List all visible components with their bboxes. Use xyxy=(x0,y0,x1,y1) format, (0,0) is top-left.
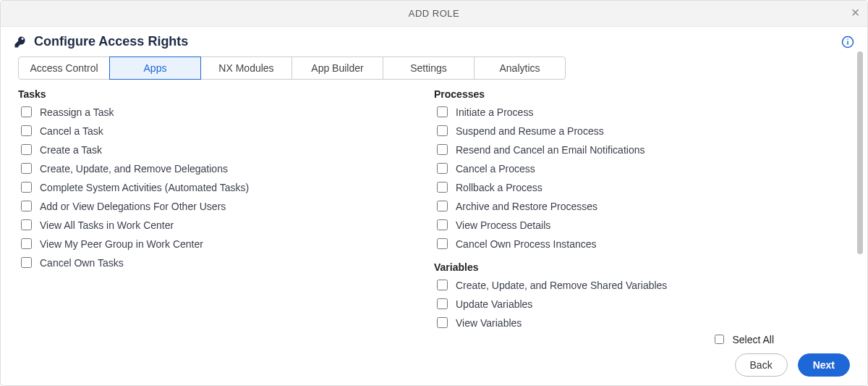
checkbox-delegations[interactable] xyxy=(21,163,32,174)
checkbox-label: Rollback a Process xyxy=(456,182,542,193)
checkbox-label: Create, Update, and Remove Delegations xyxy=(40,163,228,175)
button-row: Back Next xyxy=(735,353,850,377)
column-right: Processes Initiate a Process Suspend and… xyxy=(434,85,850,328)
sub-header: Configure Access Rights xyxy=(1,27,867,55)
checkbox-label: Archive and Restore Processes xyxy=(456,201,597,212)
tab-settings[interactable]: Settings xyxy=(383,56,475,80)
checkbox-label: Cancel Own Tasks xyxy=(40,257,124,269)
checkbox-complete-system[interactable] xyxy=(21,182,32,193)
checkbox-view-peer-group[interactable] xyxy=(21,238,32,249)
section-title-variables: Variables xyxy=(434,261,850,273)
checkbox-select-all[interactable] xyxy=(715,335,724,344)
checkbox-cancel-task[interactable] xyxy=(21,125,32,136)
checkbox-row[interactable]: Initiate a Process xyxy=(434,104,850,119)
key-icon xyxy=(14,35,27,49)
checkbox-row[interactable]: Cancel Own Process Instances xyxy=(434,236,850,251)
tab-app-builder[interactable]: App Builder xyxy=(292,56,383,80)
checkbox-create-task[interactable] xyxy=(21,144,32,155)
scrollbar-thumb[interactable] xyxy=(857,51,863,254)
checkbox-row[interactable]: Create, Update, and Remove Delegations xyxy=(18,161,434,176)
checkbox-initiate-process[interactable] xyxy=(437,106,448,117)
checkbox-row[interactable]: Reassign a Task xyxy=(18,104,434,119)
checkbox-row[interactable]: Create, Update, and Remove Shared Variab… xyxy=(434,277,850,293)
checkbox-label: Cancel a Process xyxy=(456,163,535,175)
checkbox-cancel-own-process[interactable] xyxy=(437,238,448,249)
checkbox-label: Create, Update, and Remove Shared Variab… xyxy=(456,280,667,291)
scrollbar-track[interactable] xyxy=(857,51,863,290)
checkbox-suspend-resume[interactable] xyxy=(437,125,448,136)
checkbox-label: Complete System Activities (Automated Ta… xyxy=(40,182,249,193)
next-button[interactable]: Next xyxy=(798,353,850,377)
tabs: Access Control Apps NX Modules App Build… xyxy=(18,56,867,80)
checkbox-row[interactable]: View Process Details xyxy=(434,217,850,232)
checkbox-view-all-tasks[interactable] xyxy=(21,219,32,230)
modal-header: ADD ROLE × xyxy=(1,1,867,27)
checkbox-row[interactable]: Create a Task xyxy=(18,142,434,157)
checkbox-row[interactable]: Cancel a Process xyxy=(434,161,850,176)
checkbox-reassign-task[interactable] xyxy=(21,106,32,117)
checkbox-row[interactable]: View My Peer Group in Work Center xyxy=(18,236,434,251)
checkbox-cancel-process[interactable] xyxy=(437,163,448,174)
close-icon[interactable]: × xyxy=(851,5,860,20)
tab-nx-modules[interactable]: NX Modules xyxy=(200,56,292,80)
select-all-label: Select All xyxy=(732,334,774,345)
checkbox-cancel-own-tasks[interactable] xyxy=(21,257,32,268)
checkbox-archive-restore[interactable] xyxy=(437,201,448,211)
checkbox-label: Initiate a Process xyxy=(456,106,533,118)
checkbox-row[interactable]: View Variables xyxy=(434,315,850,328)
back-button[interactable]: Back xyxy=(735,353,788,377)
checkbox-label: View My Peer Group in Work Center xyxy=(40,238,203,250)
checkbox-label: Resend and Cancel an Email Notifications xyxy=(456,144,644,156)
checkbox-label: View All Tasks in Work Center xyxy=(40,219,174,231)
section-title-tasks: Tasks xyxy=(18,88,434,100)
svg-point-2 xyxy=(847,39,848,41)
checkbox-add-view-delegations[interactable] xyxy=(21,201,32,211)
column-left: Tasks Reassign a Task Cancel a Task Crea… xyxy=(18,85,434,328)
checkbox-rollback-process[interactable] xyxy=(437,182,448,193)
tab-apps[interactable]: Apps xyxy=(109,56,201,80)
checkbox-label: Reassign a Task xyxy=(40,106,114,118)
checkbox-row[interactable]: Complete System Activities (Automated Ta… xyxy=(18,180,434,195)
checkbox-view-process-details[interactable] xyxy=(437,219,448,230)
tab-analytics[interactable]: Analytics xyxy=(474,56,566,80)
checkbox-row[interactable]: Add or View Delegations For Other Users xyxy=(18,198,434,214)
checkbox-label: Create a Task xyxy=(40,144,102,156)
checkbox-row[interactable]: Suspend and Resume a Process xyxy=(434,123,850,138)
select-all-row[interactable]: Select All xyxy=(712,332,774,346)
checkbox-label: View Variables xyxy=(456,317,522,329)
checkbox-label: Add or View Delegations For Other Users xyxy=(40,201,226,212)
modal-title: ADD ROLE xyxy=(409,8,459,19)
checkbox-label: Update Variables xyxy=(456,298,532,310)
checkbox-view-vars[interactable] xyxy=(437,317,448,328)
checkbox-label: Cancel a Task xyxy=(40,125,103,137)
checkbox-row[interactable]: Rollback a Process xyxy=(434,180,850,195)
checkbox-row[interactable]: Cancel Own Tasks xyxy=(18,255,434,270)
checkbox-label: View Process Details xyxy=(456,219,550,231)
checkbox-label: Suspend and Resume a Process xyxy=(456,125,604,137)
checkbox-label: Cancel Own Process Instances xyxy=(456,238,597,250)
checkbox-row[interactable]: Cancel a Task xyxy=(18,123,434,138)
content-area: Tasks Reassign a Task Cancel a Task Crea… xyxy=(1,80,867,328)
checkbox-row[interactable]: Update Variables xyxy=(434,296,850,311)
checkbox-row[interactable]: Archive and Restore Processes xyxy=(434,198,850,214)
add-role-modal: ADD ROLE × Configure Access Rights Acces… xyxy=(0,0,868,386)
checkbox-create-shared-vars[interactable] xyxy=(437,280,448,290)
checkbox-update-vars[interactable] xyxy=(437,298,448,309)
footer: Select All Back Next xyxy=(1,328,867,385)
page-title: Configure Access Rights xyxy=(34,34,188,49)
info-icon[interactable] xyxy=(841,35,854,49)
checkbox-row[interactable]: Resend and Cancel an Email Notifications xyxy=(434,142,850,157)
checkbox-resend-cancel-email[interactable] xyxy=(437,144,448,155)
checkbox-row[interactable]: View All Tasks in Work Center xyxy=(18,217,434,232)
section-title-processes: Processes xyxy=(434,88,850,100)
tab-access-control[interactable]: Access Control xyxy=(18,56,110,80)
